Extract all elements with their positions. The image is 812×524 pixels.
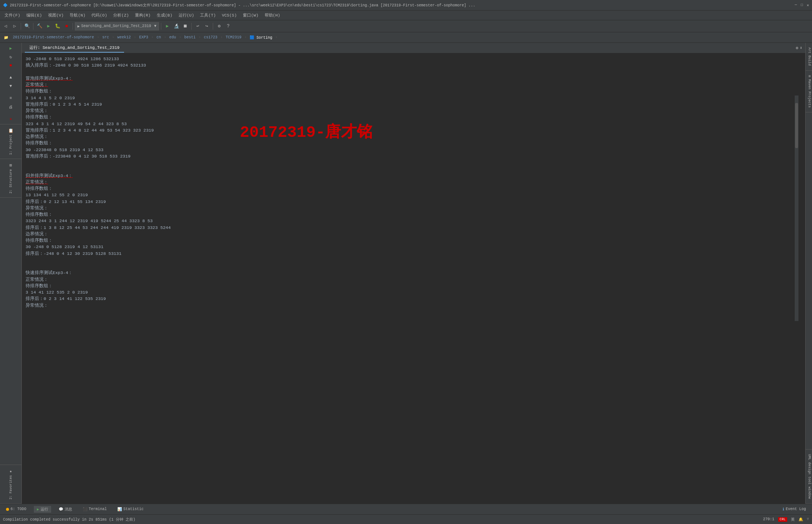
console-line-7: 冒泡排序后：0 1 2 3 4 5 14 2319 bbox=[26, 101, 801, 108]
nav-tab-cn[interactable]: cn bbox=[154, 35, 163, 40]
toolbar-build-btn[interactable]: 🔨 bbox=[35, 22, 44, 30]
run-stop-btn[interactable]: ■ bbox=[7, 62, 15, 69]
nav-tab-tcm2319[interactable]: TCM2319 bbox=[223, 35, 244, 40]
todo-tab[interactable]: 6: TODO bbox=[3, 506, 29, 512]
favorites-tab[interactable]: ★ 2: Favorites bbox=[0, 465, 21, 504]
vertical-scrollbar[interactable] bbox=[795, 95, 798, 321]
console-line-28: 排序后：-248 0 4 12 30 2319 5128 53131 bbox=[26, 250, 801, 257]
nav-tab-edu[interactable]: edu bbox=[167, 35, 178, 40]
toolbar-sep-4 bbox=[161, 23, 161, 30]
toolbar-settings-btn[interactable]: ⚙ bbox=[215, 22, 223, 30]
menu-tools[interactable]: 工具(T) bbox=[197, 12, 219, 19]
console-line-23: 3323 244 3 1 244 12 2319 419 5244 25 44 … bbox=[26, 218, 801, 224]
toolbar-back-btn[interactable]: ◁ bbox=[2, 22, 10, 30]
menu-refactor[interactable]: 重构(R) bbox=[132, 12, 154, 19]
console-line-19: 13 134 41 12 55 2 0 2319 bbox=[26, 192, 801, 198]
menu-edit[interactable]: 编辑(E) bbox=[23, 12, 45, 19]
console-line-2: 插入排序后：-2848 0 30 518 1286 2319 4924 5321… bbox=[26, 62, 801, 68]
toolbar-run2-btn[interactable]: ▶ bbox=[163, 22, 171, 30]
toolbar-debug-btn[interactable]: 🐛 bbox=[53, 22, 62, 30]
run-tab-run[interactable]: 运行: Searching_and_Sorting_Test_2319 bbox=[25, 43, 124, 53]
menu-code[interactable]: 代码(O) bbox=[88, 12, 110, 19]
tab-down-icon[interactable]: ⬇ bbox=[800, 45, 802, 50]
console-line-1: 30 -2848 0 518 2319 4924 1286 532133 bbox=[26, 56, 801, 62]
statistic-icon: 📊 bbox=[117, 507, 122, 512]
menu-help[interactable]: 帮助(H) bbox=[262, 12, 283, 19]
console-line-11: 冒泡排序后：1 2 3 4 4 8 12 44 49 53 54 323 323… bbox=[26, 127, 801, 133]
console-line-15: 冒泡排序后：-223848 0 4 12 30 518 533 2319 bbox=[26, 153, 801, 159]
nav-tab-src[interactable]: src bbox=[100, 35, 111, 40]
toolbar-forward-btn[interactable]: ▷ bbox=[11, 22, 19, 30]
run-down-btn[interactable]: ▼ bbox=[7, 82, 15, 90]
output-container: 运行: Searching_and_Sorting_Test_2319 ⚙ ⬇ … bbox=[22, 43, 805, 504]
messages-icon: 💬 bbox=[59, 507, 63, 512]
run-fold-btn[interactable]: ≡ bbox=[7, 94, 15, 102]
scrollbar-thumb[interactable] bbox=[795, 103, 798, 148]
run-up-btn[interactable]: ▲ bbox=[7, 74, 15, 81]
nav-tab-week12[interactable]: week12 bbox=[115, 35, 133, 40]
art-build-tab[interactable]: Art Build bbox=[806, 43, 812, 71]
console-line-32: 3 14 41 122 535 2 0 2319 bbox=[26, 289, 801, 295]
close-btn[interactable]: ✕ bbox=[807, 3, 809, 8]
console-line-blank-5 bbox=[26, 263, 801, 270]
toolbar-coverage-btn[interactable]: 🔬 bbox=[172, 22, 180, 30]
nav-tab-cs1723[interactable]: cs1723 bbox=[201, 35, 220, 40]
console-line-blank-4 bbox=[26, 257, 801, 263]
bottom-right: 270:1 CRL 英 🔔 ⑂ bbox=[763, 517, 809, 522]
console-line-blank-2 bbox=[26, 159, 801, 166]
toolbar-sep-6 bbox=[213, 23, 213, 30]
run-print-btn[interactable]: 🖨 bbox=[7, 103, 15, 111]
toolbar-stop2-btn[interactable]: ⏹ bbox=[181, 22, 189, 30]
toolbar-run-btn[interactable]: ▶ bbox=[44, 22, 53, 30]
event-log-btn[interactable]: ℹ Event Log bbox=[780, 506, 809, 512]
minimize-btn[interactable]: ─ bbox=[795, 3, 797, 8]
run-rerun-btn[interactable]: ↻ bbox=[7, 53, 15, 61]
run-config-icon: ▶ bbox=[77, 24, 80, 29]
menu-vcs[interactable]: VCS(S) bbox=[219, 12, 240, 18]
run-pin-btn[interactable]: ✕ bbox=[7, 115, 15, 123]
messages-tab[interactable]: 💬 消息 bbox=[56, 506, 75, 513]
nav-tab-sorting[interactable]: 🟦 Sorting bbox=[247, 35, 274, 41]
app-icon: 🔷 bbox=[3, 3, 8, 8]
bottom-bar: Compilation completed successfully in 2s… bbox=[0, 514, 812, 524]
uml-tab[interactable]: UML design tool window bbox=[806, 449, 812, 504]
toolbar-redo-btn[interactable]: ↪ bbox=[203, 22, 211, 30]
console-line-blank-1 bbox=[26, 69, 801, 75]
menu-file[interactable]: 文件(F) bbox=[2, 12, 23, 19]
toolbar-search-btn[interactable]: 🔍 bbox=[23, 22, 31, 30]
nav-tab-root[interactable]: 20172319-First-semester-of-sophomore bbox=[11, 35, 96, 40]
run-start-btn[interactable]: ▶ bbox=[7, 44, 15, 52]
statistic-tab[interactable]: 📊 Statistic bbox=[114, 506, 147, 512]
panel-2-structure-tab[interactable]: ⊞ 2: Structure bbox=[0, 159, 21, 198]
panel-1-project-tab[interactable]: 📋 1: Project bbox=[0, 124, 21, 159]
run-config-dropdown[interactable]: ▶ Searching_and_Sorting_Test_2319 ▼ bbox=[75, 22, 159, 30]
nav-tab-project[interactable]: 📁 bbox=[2, 35, 11, 41]
console-line-5: 待排序数组： bbox=[26, 88, 801, 94]
run-config-label: Searching_and_Sorting_Test_2319 bbox=[81, 24, 151, 28]
run-status-tab[interactable]: ▶ 运行 bbox=[34, 506, 51, 513]
menu-view[interactable]: 视图(V) bbox=[45, 12, 67, 19]
nav-tab-besti[interactable]: besti bbox=[182, 35, 198, 40]
nav-tab-exp3[interactable]: EXP3 bbox=[137, 35, 150, 40]
console-line-27: 30 -248 0 5128 2319 4 12 53131 bbox=[26, 244, 801, 250]
menu-build[interactable]: 生成(B) bbox=[154, 12, 176, 19]
terminal-label: Terminal bbox=[89, 507, 107, 511]
todo-label: 6: TODO bbox=[11, 507, 26, 511]
info-icon: ℹ bbox=[783, 507, 784, 512]
maximize-btn[interactable]: □ bbox=[801, 3, 803, 8]
menu-navigate[interactable]: 导航(N) bbox=[67, 12, 88, 19]
console-line-24: 排序后：1 3 8 12 25 44 53 244 244 419 2319 3… bbox=[26, 224, 801, 231]
maven-projects-tab[interactable]: m Maven Projects bbox=[806, 71, 812, 112]
terminal-tab[interactable]: ⬛ Terminal bbox=[80, 506, 110, 512]
tab-gear-icon[interactable]: ⚙ bbox=[796, 45, 798, 50]
console-output: 20172319-唐才铭 30 -2848 0 518 2319 4924 12… bbox=[22, 53, 805, 504]
toolbar-undo-btn[interactable]: ↩ bbox=[194, 22, 202, 30]
console-line-14: 30 -223848 0 518 2319 4 12 533 bbox=[26, 147, 801, 153]
menu-run[interactable]: 运行(U) bbox=[176, 12, 197, 19]
toolbar-stop-btn[interactable]: ■ bbox=[62, 22, 71, 30]
menu-analyze[interactable]: 分析(Z) bbox=[110, 12, 132, 19]
menu-window[interactable]: 窗口(W) bbox=[240, 12, 262, 19]
run-status-label: 运行 bbox=[41, 507, 48, 512]
toolbar-help-btn[interactable]: ? bbox=[224, 22, 232, 30]
todo-dot bbox=[6, 508, 9, 511]
